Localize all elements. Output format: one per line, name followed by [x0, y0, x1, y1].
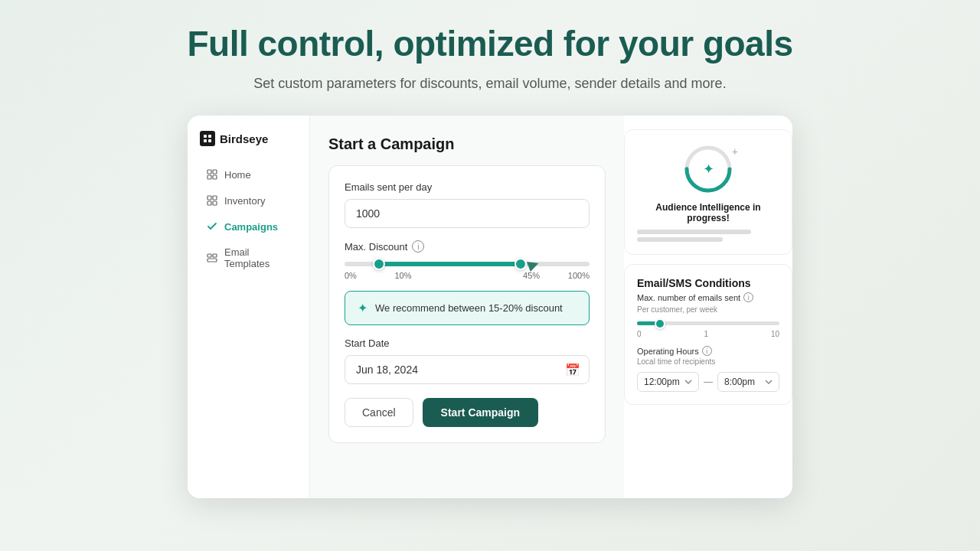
date-input-wrapper: 📅 — [345, 355, 590, 384]
slider-pct-row: 0% 10% 45% 100% — [345, 271, 590, 280]
audience-card: ✦ + Audience Intelligence in progress! — [624, 129, 792, 255]
sms-slider-labels: 0 1 10 — [637, 330, 779, 338]
audience-bar-1 — [637, 230, 751, 234]
home-icon — [206, 168, 218, 181]
sidebar-item-home[interactable]: Home — [194, 161, 303, 187]
right-panel: ✦ + Audience Intelligence in progress! E… — [624, 116, 792, 498]
discount-slider-thumb-right[interactable] — [514, 258, 527, 270]
recommendation-text: We recommend between 15-20% discount — [375, 302, 563, 314]
slider-min-label: 0% — [345, 271, 357, 280]
svg-rect-7 — [213, 175, 217, 179]
slider-left-thumb-label: 10% — [394, 271, 411, 280]
time-start-select[interactable]: 12:00pm 8:00am 9:00am 10:00am 11:00am — [637, 372, 699, 392]
sms-slider-thumb[interactable] — [655, 318, 665, 329]
sparkle-icon: ✦ — [358, 301, 368, 315]
campaigns-icon — [206, 220, 218, 233]
sms-conditions-card: Email/SMS Conditions Max. number of emai… — [624, 264, 792, 405]
svg-rect-5 — [213, 170, 217, 174]
svg-rect-10 — [207, 201, 211, 205]
calendar-icon: 📅 — [565, 363, 580, 377]
start-campaign-button[interactable]: Start Campaign — [423, 398, 538, 427]
emails-per-day-label: Emails sent per day — [345, 181, 590, 193]
hero-subtitle: Set custom parameters for discounts, ema… — [253, 73, 726, 94]
campaign-form-card: Emails sent per day Max. Discount i ▶ 0% — [328, 165, 606, 443]
sms-slider-max: 10 — [771, 330, 779, 338]
operating-hours-info-icon[interactable]: i — [702, 346, 712, 356]
sms-slider-track[interactable] — [637, 321, 779, 325]
svg-rect-9 — [213, 196, 217, 200]
sidebar-item-email-templates-label: Email Templates — [224, 246, 291, 269]
svg-rect-1 — [208, 135, 211, 138]
hero-title: Full control, optimized for your goals — [187, 23, 792, 64]
operating-sublabel: Local time of recipients — [637, 357, 779, 366]
svg-rect-2 — [204, 139, 207, 142]
logo-text: Birdseye — [220, 132, 268, 145]
time-end-select[interactable]: 8:00pm 5:00pm 6:00pm 7:00pm 9:00pm — [717, 372, 779, 392]
sms-slider-min: 0 — [637, 330, 642, 338]
form-actions: Cancel Start Campaign — [345, 398, 590, 427]
sidebar-item-home-label: Home — [224, 169, 251, 181]
recommendation-box: ✦ We recommend between 15-20% discount — [345, 291, 590, 325]
svg-rect-8 — [207, 196, 211, 200]
logo-icon — [200, 131, 215, 146]
start-date-input[interactable] — [345, 355, 590, 384]
time-range-row: 12:00pm 8:00am 9:00am 10:00am 11:00am — … — [637, 372, 779, 392]
max-discount-label: Max. Discount i — [345, 240, 590, 253]
sidebar-item-inventory-label: Inventory — [224, 195, 265, 207]
svg-rect-4 — [207, 170, 211, 174]
sidebar-item-campaigns-label: Campaigns — [224, 221, 278, 233]
discount-slider-track[interactable]: ▶ — [345, 262, 590, 266]
cancel-button[interactable]: Cancel — [345, 398, 413, 427]
operating-hours-label: Operating Hours i — [637, 346, 779, 356]
svg-rect-12 — [207, 254, 211, 257]
inventory-icon — [206, 194, 218, 207]
audience-bars — [637, 230, 779, 242]
time-dash: — — [704, 377, 713, 387]
svg-rect-11 — [213, 201, 217, 205]
start-date-label: Start Date — [345, 337, 590, 349]
app-window: Birdseye Home I — [188, 116, 792, 498]
max-emails-info-icon[interactable]: i — [743, 292, 753, 302]
max-discount-info-icon[interactable]: i — [412, 240, 424, 253]
ring-plus-icon: + — [732, 145, 738, 158]
sidebar-logo: Birdseye — [188, 131, 309, 161]
form-section-title: Start a Campaign — [328, 135, 606, 153]
sidebar-item-inventory[interactable]: Inventory — [194, 187, 303, 214]
max-discount-section: Max. Discount i ▶ 0% 10% 45% 100% — [345, 240, 590, 280]
slider-max-label: 100% — [568, 271, 590, 280]
ring-center-star-icon: ✦ — [703, 161, 714, 178]
audience-title: Audience Intelligence in progress! — [637, 202, 779, 223]
sidebar-item-email-templates[interactable]: Email Templates — [194, 240, 303, 276]
svg-rect-14 — [207, 259, 217, 262]
emails-per-day-input[interactable] — [345, 199, 590, 228]
sms-slider-value: 1 — [704, 330, 708, 338]
email-templates-icon — [206, 252, 218, 264]
per-customer-label: Per customer, per week — [637, 305, 779, 314]
discount-slider-thumb-left[interactable] — [373, 258, 385, 270]
sidebar-item-campaigns[interactable]: Campaigns — [194, 214, 303, 240]
max-emails-label: Max. number of emails sent i — [637, 292, 779, 302]
discount-slider-fill — [379, 262, 521, 266]
svg-rect-0 — [204, 135, 207, 138]
svg-rect-13 — [213, 254, 217, 257]
main-content: Start a Campaign Emails sent per day Max… — [310, 116, 624, 498]
svg-rect-6 — [207, 175, 211, 179]
svg-rect-3 — [208, 139, 211, 142]
sms-card-title: Email/SMS Conditions — [637, 277, 779, 289]
ring-container: ✦ + — [681, 142, 735, 196]
sidebar: Birdseye Home I — [188, 116, 310, 498]
audience-bar-2 — [637, 237, 723, 242]
